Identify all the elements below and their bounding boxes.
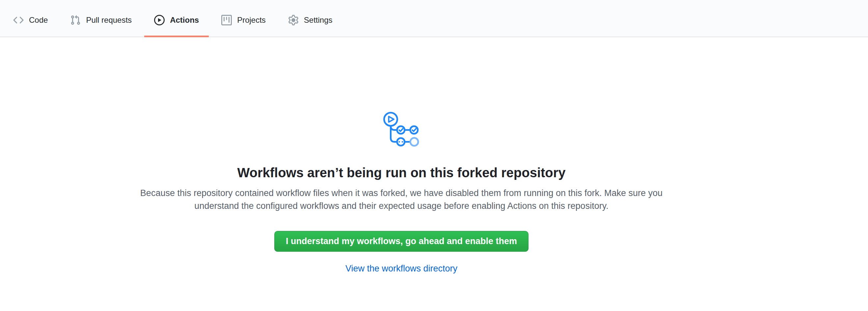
tab-label: Settings [304,16,333,24]
enable-workflows-button[interactable]: I understand my workflows, go ahead and … [274,231,528,252]
play-icon [154,15,165,25]
actions-blankslate: Workflows aren’t being run on this forke… [0,37,803,274]
view-workflows-directory-link[interactable]: View the workflows directory [345,263,457,274]
tab-label: Actions [170,16,199,24]
tab-label: Projects [237,16,266,24]
code-icon [13,15,24,25]
gear-icon [288,15,299,25]
tab-settings[interactable]: Settings [278,0,342,37]
tab-projects[interactable]: Projects [211,0,276,37]
project-icon [221,15,232,25]
tab-label: Code [29,16,48,24]
tab-pull-requests[interactable]: Pull requests [60,0,142,37]
tab-actions[interactable]: Actions [144,0,209,37]
tab-code[interactable]: Code [3,0,58,37]
tab-label: Pull requests [86,16,132,24]
blankslate-description: Because this repository contained workfl… [128,187,675,213]
repo-tab-nav: Code Pull requests Actions Projects [0,0,868,37]
blankslate-title: Workflows aren’t being run on this forke… [237,164,565,181]
actions-workflow-icon [383,112,420,149]
git-pull-request-icon [70,15,81,25]
